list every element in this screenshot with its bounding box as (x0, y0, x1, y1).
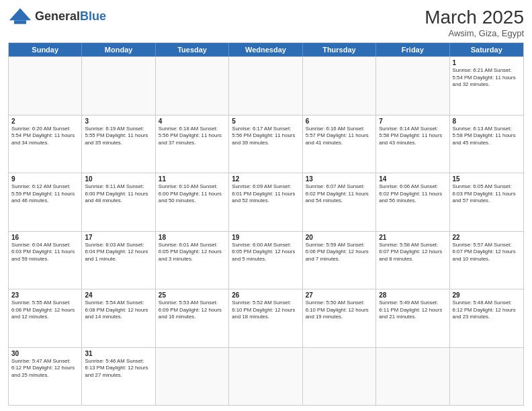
day-number: 7 (379, 118, 446, 125)
svg-rect-1 (14, 20, 26, 24)
day-cell: 31Sunrise: 5:46 AM Sunset: 6:13 PM Dayli… (82, 348, 155, 406)
day-number: 15 (453, 175, 521, 183)
day-number: 17 (85, 234, 152, 241)
day-info: Sunrise: 6:12 AM Sunset: 5:59 PM Dayligh… (11, 183, 79, 205)
week-row-6: 30Sunrise: 5:47 AM Sunset: 6:12 PM Dayli… (9, 347, 523, 406)
day-cell: 3Sunrise: 6:19 AM Sunset: 5:55 PM Daylig… (82, 116, 155, 173)
day-info: Sunrise: 6:00 AM Sunset: 6:05 PM Dayligh… (232, 242, 299, 263)
title-block: March 2025 Awsim, Giza, Egypt (425, 7, 524, 38)
day-info: Sunrise: 6:05 AM Sunset: 6:03 PM Dayligh… (453, 183, 521, 205)
day-number: 16 (11, 234, 79, 241)
logo-general: General (35, 9, 80, 23)
day-number: 18 (159, 234, 226, 241)
header-sunday: Sunday (9, 43, 82, 56)
calendar: Sunday Monday Tuesday Wednesday Thursday… (8, 42, 524, 406)
day-info: Sunrise: 6:01 AM Sunset: 6:05 PM Dayligh… (159, 242, 226, 263)
weeks: 1Sunrise: 6:21 AM Sunset: 5:54 PM Daylig… (9, 56, 523, 405)
logo-text: GeneralBlue (35, 9, 106, 24)
day-cell: 22Sunrise: 5:57 AM Sunset: 6:07 PM Dayli… (450, 232, 523, 289)
day-number: 29 (453, 291, 521, 299)
day-info: Sunrise: 5:57 AM Sunset: 6:07 PM Dayligh… (453, 242, 521, 263)
day-cell: 11Sunrise: 6:10 AM Sunset: 6:00 PM Dayli… (156, 173, 229, 231)
day-number: 14 (379, 175, 446, 183)
day-cell: 17Sunrise: 6:03 AM Sunset: 6:04 PM Dayli… (82, 232, 155, 289)
day-cell: 10Sunrise: 6:11 AM Sunset: 6:00 PM Dayli… (82, 173, 155, 231)
day-cell: 26Sunrise: 5:52 AM Sunset: 6:10 PM Dayli… (229, 289, 302, 347)
day-cell (303, 57, 376, 115)
header-saturday: Saturday (450, 43, 523, 56)
day-number: 13 (306, 175, 373, 183)
day-cell: 20Sunrise: 5:59 AM Sunset: 6:06 PM Dayli… (303, 232, 376, 289)
day-info: Sunrise: 5:54 AM Sunset: 6:08 PM Dayligh… (85, 300, 152, 321)
day-info: Sunrise: 6:21 AM Sunset: 5:54 PM Dayligh… (453, 67, 521, 89)
day-cell: 19Sunrise: 6:00 AM Sunset: 6:05 PM Dayli… (229, 232, 302, 289)
day-headers: Sunday Monday Tuesday Wednesday Thursday… (9, 43, 523, 56)
day-info: Sunrise: 6:06 AM Sunset: 6:02 PM Dayligh… (379, 183, 446, 205)
week-row-2: 2Sunrise: 6:20 AM Sunset: 5:54 PM Daylig… (9, 115, 523, 173)
day-info: Sunrise: 6:09 AM Sunset: 6:01 PM Dayligh… (232, 183, 299, 205)
day-number: 26 (232, 291, 299, 299)
logo-icon (8, 7, 32, 26)
day-cell: 6Sunrise: 6:16 AM Sunset: 5:57 PM Daylig… (303, 116, 376, 173)
day-number: 1 (453, 59, 521, 66)
header-monday: Monday (82, 43, 155, 56)
day-info: Sunrise: 6:20 AM Sunset: 5:54 PM Dayligh… (11, 126, 79, 147)
day-cell: 21Sunrise: 5:58 AM Sunset: 6:07 PM Dayli… (376, 232, 449, 289)
day-info: Sunrise: 6:14 AM Sunset: 5:58 PM Dayligh… (379, 126, 446, 147)
day-cell: 8Sunrise: 6:13 AM Sunset: 5:58 PM Daylig… (450, 116, 523, 173)
week-row-1: 1Sunrise: 6:21 AM Sunset: 5:54 PM Daylig… (9, 56, 523, 115)
day-number: 10 (85, 175, 152, 183)
svg-marker-0 (9, 8, 31, 20)
day-info: Sunrise: 5:49 AM Sunset: 6:11 PM Dayligh… (379, 300, 446, 321)
day-cell (450, 348, 523, 406)
day-cell: 14Sunrise: 6:06 AM Sunset: 6:02 PM Dayli… (376, 173, 449, 231)
day-info: Sunrise: 5:52 AM Sunset: 6:10 PM Dayligh… (232, 300, 299, 321)
day-cell (229, 348, 302, 406)
day-info: Sunrise: 5:58 AM Sunset: 6:07 PM Dayligh… (379, 242, 446, 263)
day-cell: 18Sunrise: 6:01 AM Sunset: 6:05 PM Dayli… (156, 232, 229, 289)
day-info: Sunrise: 5:53 AM Sunset: 6:09 PM Dayligh… (159, 300, 226, 321)
day-info: Sunrise: 6:04 AM Sunset: 6:03 PM Dayligh… (11, 242, 79, 263)
day-number: 30 (11, 350, 79, 357)
day-cell (156, 348, 229, 406)
day-cell (376, 57, 449, 115)
day-info: Sunrise: 6:16 AM Sunset: 5:57 PM Dayligh… (306, 126, 373, 147)
month-title: March 2025 (425, 7, 524, 28)
day-info: Sunrise: 5:48 AM Sunset: 6:12 PM Dayligh… (453, 300, 521, 321)
day-number: 28 (379, 291, 446, 299)
day-number: 22 (453, 234, 521, 241)
day-info: Sunrise: 6:10 AM Sunset: 6:00 PM Dayligh… (159, 183, 226, 205)
day-cell: 24Sunrise: 5:54 AM Sunset: 6:08 PM Dayli… (82, 289, 155, 347)
day-info: Sunrise: 6:07 AM Sunset: 6:02 PM Dayligh… (306, 183, 373, 205)
day-number: 2 (11, 118, 79, 125)
day-cell (229, 57, 302, 115)
day-info: Sunrise: 5:55 AM Sunset: 6:08 PM Dayligh… (11, 300, 79, 321)
day-cell: 4Sunrise: 6:18 AM Sunset: 5:56 PM Daylig… (156, 116, 229, 173)
day-number: 8 (453, 118, 521, 125)
day-cell: 30Sunrise: 5:47 AM Sunset: 6:12 PM Dayli… (9, 348, 82, 406)
day-info: Sunrise: 6:19 AM Sunset: 5:55 PM Dayligh… (85, 126, 152, 147)
subtitle: Awsim, Giza, Egypt (425, 28, 524, 38)
week-row-4: 16Sunrise: 6:04 AM Sunset: 6:03 PM Dayli… (9, 231, 523, 289)
day-info: Sunrise: 5:50 AM Sunset: 6:10 PM Dayligh… (306, 300, 373, 321)
day-cell (9, 57, 82, 115)
header-tuesday: Tuesday (156, 43, 229, 56)
day-number: 9 (11, 175, 79, 183)
page: GeneralBlue March 2025 Awsim, Giza, Egyp… (0, 0, 532, 411)
header-thursday: Thursday (303, 43, 376, 56)
day-number: 3 (85, 118, 152, 125)
day-number: 11 (159, 175, 226, 183)
day-number: 21 (379, 234, 446, 241)
day-cell: 28Sunrise: 5:49 AM Sunset: 6:11 PM Dayli… (376, 289, 449, 347)
day-cell: 23Sunrise: 5:55 AM Sunset: 6:08 PM Dayli… (9, 289, 82, 347)
header-friday: Friday (376, 43, 449, 56)
day-info: Sunrise: 5:46 AM Sunset: 6:13 PM Dayligh… (85, 358, 152, 379)
day-number: 24 (85, 291, 152, 299)
day-cell: 13Sunrise: 6:07 AM Sunset: 6:02 PM Dayli… (303, 173, 376, 231)
day-cell: 7Sunrise: 6:14 AM Sunset: 5:58 PM Daylig… (376, 116, 449, 173)
day-cell (376, 348, 449, 406)
day-number: 19 (232, 234, 299, 241)
day-number: 4 (159, 118, 226, 125)
week-row-5: 23Sunrise: 5:55 AM Sunset: 6:08 PM Dayli… (9, 289, 523, 347)
day-cell: 1Sunrise: 6:21 AM Sunset: 5:54 PM Daylig… (450, 57, 523, 115)
